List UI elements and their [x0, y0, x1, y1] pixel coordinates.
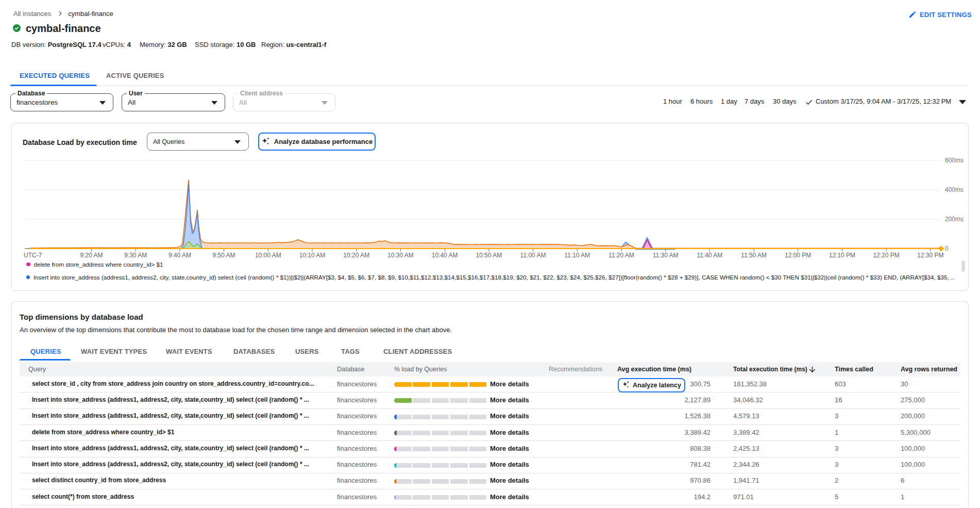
- svg-text:9:30 AM: 9:30 AM: [124, 252, 147, 259]
- svg-text:11:40 AM: 11:40 AM: [697, 252, 722, 259]
- svg-text:9:20 AM: 9:20 AM: [80, 252, 103, 259]
- svg-text:11:10 AM: 11:10 AM: [564, 252, 590, 259]
- svg-text:12:20 PM: 12:20 PM: [873, 252, 899, 259]
- svg-text:11:50 AM: 11:50 AM: [741, 252, 767, 259]
- svg-text:10:50 AM: 10:50 AM: [476, 252, 502, 259]
- svg-text:600ms: 600ms: [945, 157, 964, 164]
- svg-text:11:30 AM: 11:30 AM: [653, 252, 679, 259]
- svg-text:10:20 AM: 10:20 AM: [343, 252, 369, 259]
- svg-text:10:40 AM: 10:40 AM: [432, 252, 458, 259]
- svg-text:10:00 AM: 10:00 AM: [255, 252, 281, 259]
- svg-text:0: 0: [945, 245, 949, 252]
- svg-text:11:00 AM: 11:00 AM: [520, 252, 546, 259]
- svg-text:10:30 AM: 10:30 AM: [387, 252, 414, 259]
- svg-text:12:10 PM: 12:10 PM: [829, 252, 855, 259]
- svg-text:10:10 AM: 10:10 AM: [299, 252, 326, 259]
- svg-text:200ms: 200ms: [945, 216, 964, 223]
- svg-text:12:30 PM: 12:30 PM: [917, 252, 943, 259]
- svg-text:11:20 AM: 11:20 AM: [609, 252, 634, 259]
- svg-text:400ms: 400ms: [945, 186, 964, 193]
- svg-text:12:00 PM: 12:00 PM: [785, 252, 811, 259]
- svg-text:9:50 AM: 9:50 AM: [213, 252, 235, 259]
- svg-text:9:40 AM: 9:40 AM: [168, 252, 191, 259]
- svg-text:UTC-7: UTC-7: [24, 252, 42, 259]
